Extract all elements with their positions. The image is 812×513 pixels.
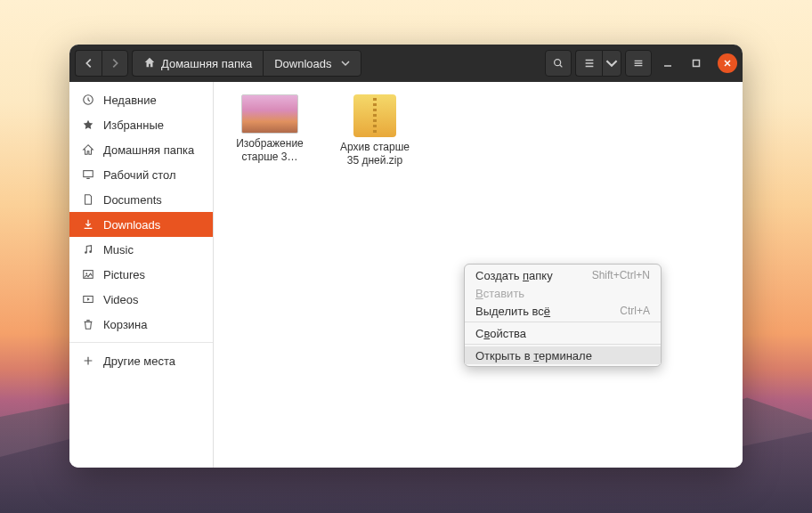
ctx-open-terminal[interactable]: Открыть в терминале — [465, 346, 661, 364]
star-icon — [82, 118, 94, 131]
file-item-image[interactable]: Изображение старше 3… — [230, 94, 310, 167]
sidebar-item-other-places[interactable]: Другие места — [69, 348, 213, 373]
documents-icon — [82, 193, 94, 206]
sidebar-item-pictures[interactable]: Pictures — [69, 262, 213, 287]
forward-button[interactable] — [102, 50, 128, 77]
sidebar-item-starred[interactable]: Избранные — [69, 112, 213, 137]
sidebar-item-label: Рабочий стол — [103, 168, 176, 182]
breadcrumb: Домашняя папка Downloads — [132, 50, 361, 77]
sidebar-item-desktop[interactable]: Рабочий стол — [69, 162, 213, 187]
home-icon — [143, 56, 156, 71]
music-icon — [82, 243, 94, 256]
ctx-label: Вставить — [475, 287, 524, 300]
ctx-label: Свойства — [475, 327, 526, 340]
svg-point-4 — [85, 251, 87, 254]
search-button[interactable] — [545, 50, 572, 77]
ctx-shortcut: Ctrl+A — [620, 305, 650, 317]
sidebar-item-label: Pictures — [103, 268, 145, 281]
sidebar-separator — [69, 342, 213, 343]
file-label: Архив старше 35 дней.zip — [336, 141, 414, 167]
ctx-create-folder[interactable]: Создать папку Shift+Ctrl+N — [465, 266, 661, 284]
file-grid: Изображение старше 3… Архив старше 35 дн… — [230, 94, 727, 167]
breadcrumb-home[interactable]: Домашняя папка — [132, 50, 263, 77]
ctx-label: Создать папку — [475, 269, 553, 282]
downloads-icon — [82, 218, 94, 231]
sidebar-item-downloads[interactable]: Downloads — [69, 212, 213, 237]
sidebar-item-label: Недавние — [103, 94, 157, 107]
ctx-properties[interactable]: Свойства — [465, 324, 661, 342]
svg-rect-1 — [694, 61, 700, 67]
svg-point-0 — [555, 60, 561, 66]
nav-group — [75, 50, 128, 77]
sidebar-item-label: Music — [103, 243, 134, 256]
sidebar-item-music[interactable]: Music — [69, 237, 213, 262]
view-dropdown-button[interactable] — [602, 50, 621, 77]
sidebar-item-trash[interactable]: Корзина — [69, 312, 213, 337]
maximize-button[interactable] — [684, 51, 709, 76]
sidebar-item-documents[interactable]: Documents — [69, 187, 213, 212]
dropdown-icon — [341, 57, 350, 70]
sidebar-item-label: Корзина — [103, 318, 148, 331]
sidebar-item-recent[interactable]: Недавние — [69, 87, 213, 112]
clock-icon — [82, 94, 94, 106]
breadcrumb-current[interactable]: Downloads — [263, 50, 361, 77]
ctx-separator — [465, 322, 661, 322]
trash-icon — [82, 318, 94, 330]
sidebar-item-label: Downloads — [103, 218, 160, 232]
back-button[interactable] — [75, 50, 102, 77]
svg-rect-3 — [84, 171, 93, 177]
minimize-button[interactable] — [655, 51, 680, 76]
window-content: Недавние Избранные Домашняя папка Рабочи… — [69, 82, 743, 468]
zip-icon — [353, 94, 396, 137]
sidebar-item-label: Избранные — [103, 118, 164, 132]
ctx-select-all[interactable]: Выделить всё Ctrl+A — [465, 302, 661, 320]
file-view[interactable]: Изображение старше 3… Архив старше 35 дн… — [214, 82, 743, 468]
view-group — [575, 50, 621, 77]
ctx-label: Открыть в терминале — [475, 349, 592, 362]
file-item-archive[interactable]: Архив старше 35 дней.zip — [335, 94, 415, 167]
ctx-paste: Вставить — [465, 284, 661, 302]
breadcrumb-current-label: Downloads — [274, 57, 331, 70]
ctx-label: Выделить всё — [475, 305, 550, 318]
ctx-separator — [465, 344, 661, 345]
image-thumbnail — [241, 94, 298, 134]
context-menu: Создать папку Shift+Ctrl+N Вставить Выде… — [464, 264, 662, 367]
close-button[interactable] — [718, 53, 737, 73]
sidebar-item-label: Другие места — [103, 354, 175, 368]
pictures-icon — [82, 268, 94, 281]
svg-point-7 — [85, 273, 87, 274]
sidebar: Недавние Избранные Домашняя папка Рабочи… — [69, 82, 214, 468]
sidebar-item-label: Домашняя папка — [103, 143, 194, 157]
sidebar-item-label: Videos — [103, 293, 139, 306]
plus-icon — [82, 354, 94, 367]
videos-icon — [82, 293, 94, 305]
file-label: Изображение старше 3… — [231, 137, 309, 164]
hamburger-menu-button[interactable] — [625, 50, 652, 77]
home-icon — [82, 143, 94, 156]
desktop-icon — [82, 168, 94, 181]
sidebar-item-home[interactable]: Домашняя папка — [69, 137, 213, 162]
file-manager-window: Домашняя папка Downloads Недавние Из — [69, 45, 743, 468]
ctx-shortcut: Shift+Ctrl+N — [592, 269, 650, 281]
headerbar: Домашняя папка Downloads — [69, 45, 743, 82]
svg-point-5 — [89, 250, 92, 253]
sidebar-item-label: Documents — [103, 193, 162, 207]
sidebar-item-videos[interactable]: Videos — [69, 287, 213, 312]
breadcrumb-home-label: Домашняя папка — [161, 57, 252, 70]
list-view-button[interactable] — [575, 50, 602, 77]
